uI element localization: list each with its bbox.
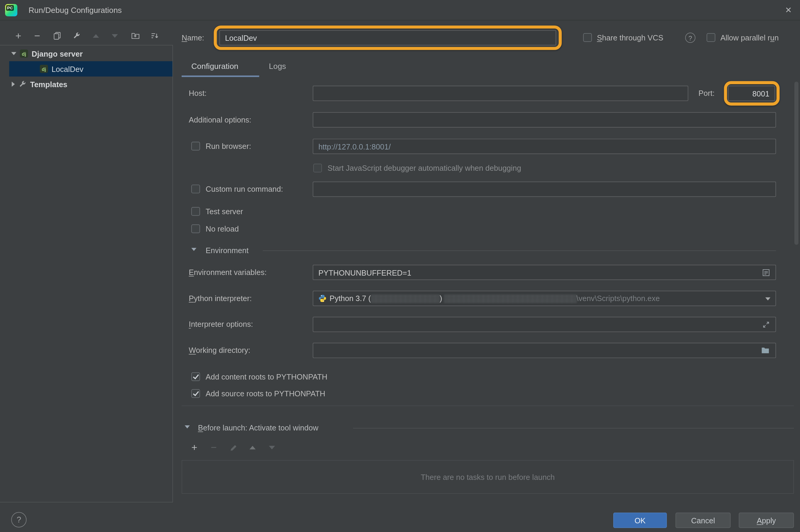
no-reload-label: No reload <box>206 221 239 236</box>
custom-run-command-input[interactable] <box>313 182 776 197</box>
no-reload-checkbox[interactable] <box>191 224 200 233</box>
custom-run-command-checkbox[interactable] <box>191 185 200 193</box>
tree-item-django-server[interactable]: dj Django server <box>0 46 172 61</box>
before-launch-task-list: There are no tasks to run before launch <box>182 460 794 494</box>
apply-button[interactable]: Apply <box>739 513 794 528</box>
python-icon <box>318 294 327 303</box>
before-launch-collapse-icon[interactable] <box>185 425 190 429</box>
new-folder-icon[interactable] <box>131 31 140 40</box>
django-icon: dj <box>40 65 48 73</box>
environment-section-divider <box>263 250 776 251</box>
working-directory-input[interactable] <box>313 343 776 358</box>
additional-options-label: Additional options: <box>189 112 252 128</box>
chevron-collapsed-icon[interactable] <box>12 81 15 87</box>
tree-item-label: Templates <box>30 80 67 88</box>
close-icon[interactable]: ✕ <box>785 0 792 20</box>
add-source-roots-label: Add source roots to PYTHONPATH <box>206 386 325 401</box>
pycharm-logo-text: PC <box>6 5 14 11</box>
before-launch-divider <box>353 428 794 429</box>
django-icon: dj <box>20 50 28 58</box>
environment-collapse-icon[interactable] <box>191 248 196 251</box>
custom-run-command-label: Custom run command: <box>206 182 283 197</box>
before-launch-edit-icon[interactable] <box>229 443 238 452</box>
window-title: Run/Debug Configurations <box>29 0 122 20</box>
name-label: Name: <box>182 30 204 45</box>
vcs-help-icon[interactable]: ? <box>685 33 695 43</box>
expand-field-icon[interactable] <box>762 320 770 328</box>
configuration-editor-panel: Name: Share through VCS ? Allow parallel… <box>173 20 800 532</box>
wrench-icon <box>18 80 26 88</box>
cancel-button[interactable]: Cancel <box>676 513 731 528</box>
chevron-expanded-icon[interactable] <box>11 52 16 55</box>
name-input[interactable] <box>219 30 556 45</box>
additional-options-input[interactable] <box>313 112 776 128</box>
test-server-checkbox[interactable] <box>191 207 200 216</box>
add-content-roots-label: Add content roots to PYTHONPATH <box>206 369 327 385</box>
pycharm-logo-icon: PC <box>5 4 17 17</box>
python-interpreter-value: Python 3.7 (▒▒▒▒▒▒▒▒▒▒▒▒▒▒) ▒▒▒▒▒▒▒▒▒▒▒▒… <box>330 291 660 306</box>
environment-variables-input[interactable] <box>313 265 776 280</box>
share-through-vcs-checkbox[interactable] <box>583 33 592 42</box>
before-launch-empty-message: There are no tasks to run before launch <box>421 473 555 481</box>
run-browser-checkbox[interactable] <box>191 142 200 150</box>
copy-configuration-icon[interactable] <box>53 31 62 40</box>
host-input[interactable] <box>313 86 688 101</box>
allow-parallel-run-checkbox[interactable] <box>707 33 715 42</box>
help-icon[interactable]: ? <box>11 512 26 528</box>
tree-item-localdev-selected[interactable]: dj LocalDev <box>9 61 173 76</box>
run-browser-label: Run browser: <box>206 139 251 154</box>
move-up-icon[interactable] <box>91 31 101 40</box>
before-launch-add-icon[interactable]: + <box>190 443 199 452</box>
share-through-vcs-label: Share through VCS <box>597 30 663 45</box>
add-source-roots-checkbox[interactable] <box>191 389 200 398</box>
active-tab-underline <box>182 75 259 77</box>
before-launch-move-up-icon[interactable] <box>248 443 257 452</box>
interpreter-options-input[interactable] <box>313 317 776 332</box>
remove-configuration-icon[interactable]: − <box>33 31 42 40</box>
host-label: Host: <box>189 86 207 101</box>
python-interpreter-select[interactable]: Python 3.7 (▒▒▒▒▒▒▒▒▒▒▒▒▒▒) ▒▒▒▒▒▒▒▒▒▒▒▒… <box>313 291 776 306</box>
run-browser-url-input[interactable] <box>313 139 776 154</box>
browse-folder-icon[interactable] <box>761 346 769 354</box>
add-configuration-icon[interactable]: + <box>14 31 23 40</box>
run-debug-configurations-dialog: PC Run/Debug Configurations ✕ + − dj Dja… <box>0 0 800 532</box>
tree-item-templates[interactable]: Templates <box>0 76 172 92</box>
add-content-roots-checkbox[interactable] <box>191 372 200 381</box>
before-launch-remove-icon[interactable]: − <box>209 443 219 452</box>
port-input[interactable] <box>728 86 775 101</box>
js-debugger-label: Start JavaScript debugger automatically … <box>328 160 521 176</box>
ok-button[interactable]: OK <box>613 513 667 528</box>
title-bar: PC Run/Debug Configurations ✕ <box>0 0 800 20</box>
python-interpreter-label: Python interpreter: <box>189 291 252 306</box>
edit-templates-wrench-icon[interactable] <box>72 31 81 40</box>
working-directory-label: Working directory: <box>189 343 250 358</box>
tab-logs[interactable]: Logs <box>269 59 286 74</box>
test-server-label: Test server <box>206 204 243 219</box>
before-launch-label[interactable]: Before launch: Activate tool window <box>198 420 318 436</box>
environment-variables-label: Environment variables: <box>189 265 267 280</box>
js-debugger-checkbox[interactable] <box>313 164 322 173</box>
tab-configuration[interactable]: Configuration <box>191 59 238 74</box>
environment-section-label[interactable]: Environment <box>206 243 248 258</box>
allow-parallel-run-label: Allow parallel run <box>720 30 778 45</box>
before-launch-move-down-icon[interactable] <box>267 443 277 452</box>
tree-item-label: LocalDev <box>52 64 83 73</box>
scrollbar-thumb[interactable] <box>794 81 799 245</box>
port-label: Port: <box>699 86 714 101</box>
configurations-tree: dj Django server dj LocalDev Templates <box>0 45 173 502</box>
sort-configurations-icon[interactable] <box>150 31 159 40</box>
browse-variables-icon[interactable] <box>762 268 770 277</box>
chevron-down-icon[interactable] <box>765 298 770 301</box>
configurations-sidebar: + − dj Django server dj LocalDev <box>0 20 173 532</box>
section-divider <box>182 405 794 406</box>
move-down-icon[interactable] <box>110 31 119 40</box>
interpreter-options-label: Interpreter options: <box>189 317 253 332</box>
tree-item-label: Django server <box>32 49 83 58</box>
